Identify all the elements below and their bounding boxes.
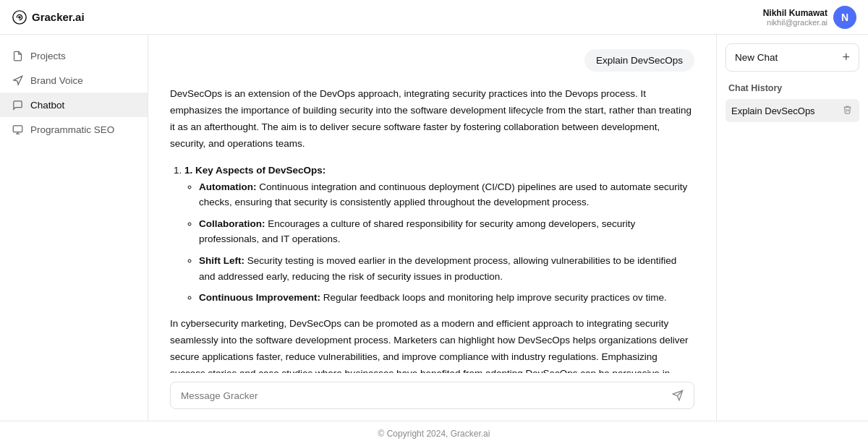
file-icon xyxy=(12,50,23,61)
sidebar: Projects Brand Voice Chatbot xyxy=(0,35,148,421)
sidebar-item-projects[interactable]: Projects xyxy=(0,43,148,68)
aspect-shift-left: Shift Left: Security testing is moved ea… xyxy=(199,253,694,284)
aspect-shift-left-desc: Security testing is moved earlier in the… xyxy=(199,255,676,282)
aspect-automation: Automation: Continuous integration and c… xyxy=(199,179,694,210)
chat-icon xyxy=(12,99,23,111)
main-layout: Projects Brand Voice Chatbot xyxy=(0,35,868,421)
aspect-collaboration: Collaboration: Encourages a culture of s… xyxy=(199,216,694,247)
user-info: Nikhil Kumawat nikhil@gracker.ai N xyxy=(763,6,856,29)
history-item[interactable]: Explain DevSecOps xyxy=(726,99,859,122)
history-delete-button[interactable] xyxy=(841,105,854,116)
aspect-ci-term: Continuous Improvement: xyxy=(199,292,320,303)
aspect-ci-desc: Regular feedback loops and monitoring he… xyxy=(323,292,667,303)
sidebar-item-programmatic-seo[interactable]: Programmatic SEO xyxy=(0,117,148,142)
header: Gracker.ai Nikhil Kumawat nikhil@gracker… xyxy=(0,0,868,35)
content-area: Explain DevSecOps DevSecOps is an extens… xyxy=(148,35,716,421)
new-chat-button[interactable]: New Chat + xyxy=(726,43,859,72)
sidebar-label-brand-voice: Brand Voice xyxy=(30,75,83,86)
user-bubble: Explain DevSecOps xyxy=(584,49,694,72)
aspects-ul: Automation: Continuous integration and c… xyxy=(184,179,694,306)
input-area xyxy=(148,373,716,421)
user-text: Nikhil Kumawat nikhil@gracker.ai xyxy=(763,8,827,27)
megaphone-icon xyxy=(12,74,23,86)
aspect-continuous-improvement: Continuous Improvement: Regular feedback… xyxy=(199,290,694,306)
sidebar-label-chatbot: Chatbot xyxy=(30,100,64,111)
sidebar-item-brand-voice[interactable]: Brand Voice xyxy=(0,68,148,93)
footer-copyright: © Copyright 2024, Gracker.ai xyxy=(378,429,490,439)
history-item-label: Explain DevSecOps xyxy=(731,106,815,116)
user-avatar[interactable]: N xyxy=(833,6,856,29)
sidebar-item-chatbot[interactable]: Chatbot xyxy=(0,93,148,117)
new-chat-label: New Chat xyxy=(735,52,778,63)
message-input-wrapper xyxy=(170,382,694,409)
seo-icon xyxy=(12,124,23,135)
key-aspects-heading: 1. Key Aspects of DevSecOps: xyxy=(184,165,326,176)
sidebar-label-programmatic-seo: Programmatic SEO xyxy=(30,124,114,135)
message-input[interactable] xyxy=(181,390,672,401)
chat-history-label: Chat History xyxy=(726,83,859,93)
trash-icon xyxy=(843,105,852,114)
user-query-text: Explain DevSecOps xyxy=(596,55,683,66)
aspect-collaboration-term: Collaboration: xyxy=(199,218,265,229)
user-query-bubble: Explain DevSecOps xyxy=(170,49,694,72)
chat-container: Explain DevSecOps DevSecOps is an extens… xyxy=(148,35,716,373)
right-sidebar: New Chat + Chat History Explain DevSecOp… xyxy=(716,35,868,421)
aspect-automation-desc: Continuous integration and continuous de… xyxy=(199,181,687,208)
send-button[interactable] xyxy=(672,390,684,401)
plus-icon: + xyxy=(842,50,850,65)
send-icon xyxy=(672,390,684,401)
logo-icon xyxy=(12,9,27,25)
aspect-shift-left-term: Shift Left: xyxy=(199,255,244,266)
svg-point-1 xyxy=(18,16,21,19)
response-intro: DevSecOps is an extension of the DevOps … xyxy=(170,86,694,153)
footer: © Copyright 2024, Gracker.ai xyxy=(0,421,868,446)
aspect-automation-term: Automation: xyxy=(199,181,256,192)
logo: Gracker.ai xyxy=(12,9,85,25)
logo-text: Gracker.ai xyxy=(32,11,85,23)
svg-rect-2 xyxy=(13,125,22,132)
assistant-response: DevSecOps is an extension of the DevOps … xyxy=(170,86,694,373)
user-email: nikhil@gracker.ai xyxy=(767,18,827,27)
sidebar-label-projects: Projects xyxy=(30,51,66,61)
user-name: Nikhil Kumawat xyxy=(763,8,827,18)
key-aspects-list: 1. Key Aspects of DevSecOps: Automation:… xyxy=(170,163,694,306)
closing-paragraph: In cybersecurity marketing, DevSecOps ca… xyxy=(170,316,694,373)
